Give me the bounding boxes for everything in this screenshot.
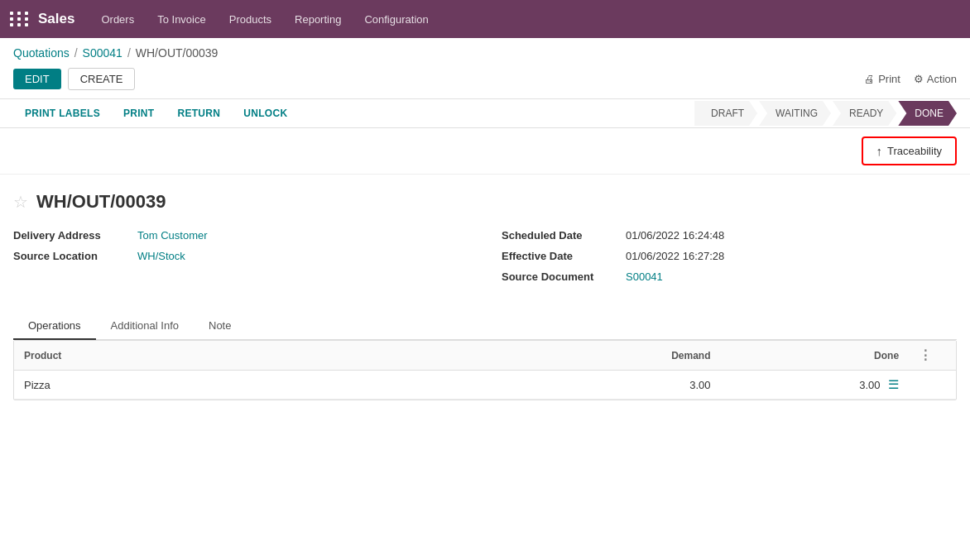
cell-done: 3.00 ☰ [721, 371, 910, 400]
cell-actions [909, 371, 956, 400]
nav-item-products[interactable]: Products [219, 8, 281, 31]
delivery-address-row: Delivery Address Tom Customer [13, 229, 468, 242]
breadcrumb-s00041[interactable]: S00041 [83, 46, 122, 60]
tab-additional-info[interactable]: Additional Info [96, 313, 194, 340]
upload-icon: ↑ [876, 144, 883, 158]
delivery-address-label: Delivery Address [13, 229, 137, 242]
scheduled-date-row: Scheduled Date 01/06/2022 16:24:48 [502, 229, 957, 242]
tab-note[interactable]: Note [194, 313, 246, 340]
table-wrapper: Product Demand Done ⋮ Pizza 3.00 3.00 ☰ [13, 340, 957, 400]
brand-label: Sales [38, 11, 74, 27]
create-button[interactable]: CREATE [68, 68, 136, 90]
nav-item-reporting[interactable]: Reporting [285, 8, 351, 31]
unlock-button[interactable]: UNLOCK [232, 99, 299, 127]
form-col-right: Scheduled Date 01/06/2022 16:24:48 Effec… [502, 229, 957, 291]
status-draft[interactable]: DRAFT [694, 101, 757, 126]
status-pipeline: DRAFT WAITING READY DONE [693, 101, 957, 126]
tabs-bar: Operations Additional Info Note [13, 313, 957, 340]
col-header-actions: ⋮ [909, 341, 956, 371]
return-button[interactable]: RETURN [166, 99, 232, 127]
print-button[interactable]: 🖨 Print [864, 73, 900, 85]
breadcrumb-current: WH/OUT/00039 [136, 46, 218, 60]
effective-date-label: Effective Date [502, 250, 626, 262]
print-button-toolbar[interactable]: PRINT [112, 99, 166, 127]
printer-icon: 🖨 [864, 73, 875, 85]
delivery-address-value[interactable]: Tom Customer [137, 229, 208, 242]
edit-button[interactable]: EDIT [13, 69, 61, 89]
breadcrumb-quotations[interactable]: Quotations [13, 46, 70, 60]
breadcrumb: Quotations / S00041 / WH/OUT/00039 [0, 38, 970, 63]
table-header-row: Product Demand Done ⋮ [14, 341, 956, 371]
scheduled-date-value: 01/06/2022 16:24:48 [626, 229, 724, 242]
favorite-icon[interactable]: ☆ [13, 192, 28, 212]
action-bar: EDIT CREATE 🖨 Print ⚙ Action [0, 63, 970, 99]
page-container: Sales Orders To Invoice Products Reporti… [0, 0, 970, 560]
cell-product: Pizza [14, 371, 485, 400]
traceability-button[interactable]: ↑ Traceability [862, 136, 957, 165]
operations-table: Product Demand Done ⋮ Pizza 3.00 3.00 ☰ [14, 341, 956, 400]
col-header-product: Product [14, 341, 485, 371]
traceability-bar: ↑ Traceability [0, 128, 970, 175]
form-title: WH/OUT/00039 [36, 191, 166, 213]
source-location-value[interactable]: WH/Stock [137, 250, 185, 262]
column-options-icon[interactable]: ⋮ [919, 348, 932, 362]
status-ready[interactable]: READY [833, 101, 896, 126]
col-header-demand: Demand [485, 341, 721, 371]
source-document-row: Source Document S00041 [502, 270, 957, 283]
top-navbar: Sales Orders To Invoice Products Reporti… [0, 0, 970, 38]
nav-item-to-invoice[interactable]: To Invoice [147, 8, 216, 31]
status-waiting[interactable]: WAITING [759, 101, 831, 126]
top-menu: Orders To Invoice Products Reporting Con… [91, 8, 438, 31]
cell-demand: 3.00 [485, 371, 721, 400]
source-location-row: Source Location WH/Stock [13, 250, 468, 262]
action-bar-right: 🖨 Print ⚙ Action [864, 73, 957, 85]
nav-item-orders[interactable]: Orders [91, 8, 144, 31]
apps-menu-button[interactable] [10, 12, 30, 26]
effective-date-value: 01/06/2022 16:27:28 [626, 250, 724, 262]
col-header-done: Done [721, 341, 910, 371]
form-section: ☆ WH/OUT/00039 Delivery Address Tom Cust… [0, 175, 970, 299]
source-document-label: Source Document [502, 270, 626, 283]
form-col-left: Delivery Address Tom Customer Source Loc… [13, 229, 468, 291]
nav-item-configuration[interactable]: Configuration [354, 8, 438, 31]
detail-list-icon[interactable]: ☰ [888, 377, 899, 391]
tab-operations[interactable]: Operations [13, 313, 96, 340]
form-fields: Delivery Address Tom Customer Source Loc… [13, 229, 957, 291]
toolbar-buttons: PRINT LABELS PRINT RETURN UNLOCK [13, 99, 299, 127]
action-button[interactable]: ⚙ Action [914, 73, 957, 85]
gear-icon: ⚙ [914, 73, 924, 85]
table-row: Pizza 3.00 3.00 ☰ [14, 371, 956, 400]
effective-date-row: Effective Date 01/06/2022 16:27:28 [502, 250, 957, 262]
source-location-label: Source Location [13, 250, 137, 262]
scheduled-date-label: Scheduled Date [502, 229, 626, 242]
status-done[interactable]: DONE [898, 101, 957, 126]
toolbar: PRINT LABELS PRINT RETURN UNLOCK DRAFT W… [0, 99, 970, 128]
print-labels-button[interactable]: PRINT LABELS [13, 99, 112, 127]
source-document-value[interactable]: S00041 [626, 270, 663, 283]
form-title-row: ☆ WH/OUT/00039 [13, 191, 957, 213]
